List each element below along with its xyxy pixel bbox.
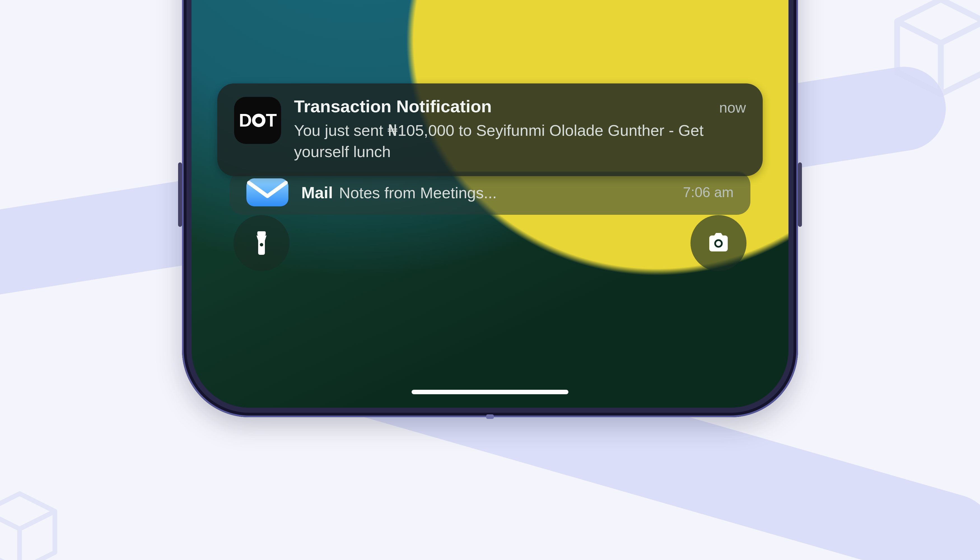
phone-frame: DT Transaction Notification You just sen… [182,0,798,417]
mail-app-icon [247,178,288,207]
notification-app-label: Mail [301,183,333,202]
notification-title: Transaction Notification [294,97,707,116]
bg-isometric-shape-top-right [868,0,980,123]
lock-screen: DT Transaction Notification You just sen… [192,0,788,408]
camera-button[interactable] [690,215,747,271]
phone-side-button-right [798,162,802,227]
notification-transaction[interactable]: DT Transaction Notification You just sen… [217,83,763,176]
home-indicator[interactable] [412,390,568,394]
dot-logo: DT [239,110,276,131]
svg-point-3 [716,241,721,246]
dot-app-icon: DT [234,97,281,144]
phone-side-button-left [178,162,182,227]
notification-mail[interactable]: Mail Notes from Meetings... 7:06 am [230,172,750,215]
notification-time: now [719,99,746,116]
svg-rect-0 [257,231,266,235]
phone-port [486,414,494,419]
flashlight-button[interactable] [233,215,290,271]
svg-point-1 [260,243,263,247]
quick-action-row [233,215,747,271]
camera-icon [705,230,732,257]
notification-body: Transaction Notification You just sent ₦… [294,97,707,162]
notification-time: 7:06 am [683,184,733,200]
flashlight-icon [248,230,275,257]
notification-body: Mail Notes from Meetings... [301,183,670,202]
notification-subject: Notes from Meetings... [339,184,497,202]
notification-message: You just sent ₦105,000 to Seyifunmi Olol… [294,120,707,162]
bg-isometric-shape-bottom-left [0,476,78,560]
notification-stack: DT Transaction Notification You just sen… [217,83,763,215]
